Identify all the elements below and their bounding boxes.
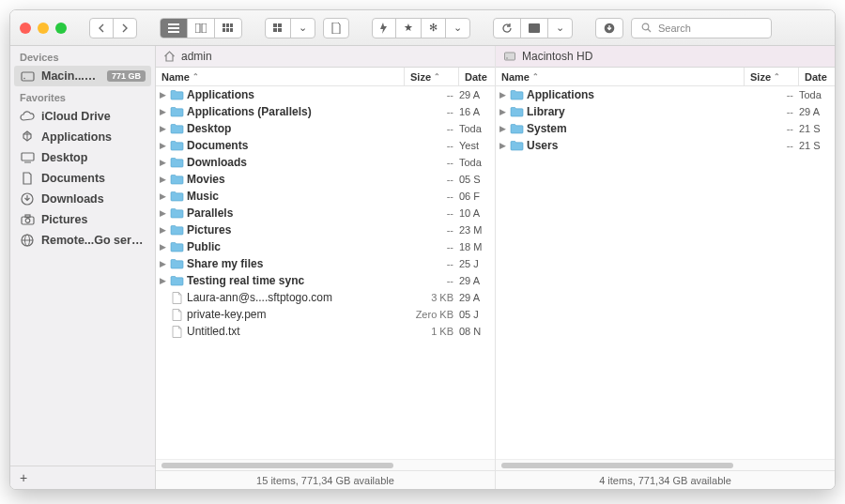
column-date[interactable]: Date: [459, 68, 495, 85]
list-item[interactable]: ▶ Documents -- Yest: [156, 137, 495, 154]
pane-header[interactable]: admin: [156, 46, 495, 68]
item-name: Applications (Parallels): [185, 105, 405, 118]
list-item[interactable]: ▶ Applications -- Toda: [496, 86, 835, 103]
search-input[interactable]: Search: [631, 18, 772, 38]
gear-button[interactable]: ✻: [421, 19, 445, 38]
doc-icon: [20, 171, 35, 186]
sidebar-item-downloads[interactable]: Downloads: [10, 189, 155, 209]
column-size[interactable]: Size: [745, 68, 799, 85]
list-item[interactable]: ▶ Public -- 18 M: [156, 238, 495, 255]
disclosure-triangle-icon[interactable]: ▶: [156, 141, 169, 150]
item-date: Toda: [459, 123, 495, 134]
share-icon: [20, 233, 35, 248]
list-item[interactable]: ▶ Share my files -- 25 J: [156, 255, 495, 272]
sidebar-item-remote-go-server[interactable]: Remote...Go server: [10, 230, 155, 251]
item-name: Library: [525, 105, 745, 118]
disclosure-triangle-icon[interactable]: ▶: [156, 158, 169, 167]
list-item[interactable]: Laura-ann@s....sftptogo.com 3 KB 29 A: [156, 289, 495, 306]
list-item[interactable]: ▶ Downloads -- Toda: [156, 154, 495, 171]
refresh-button[interactable]: [494, 19, 520, 38]
sidebar-item-icloud-drive[interactable]: iCloud Drive: [10, 106, 155, 127]
item-date: 16 A: [459, 106, 495, 117]
item-name: Music: [185, 190, 405, 203]
folder-icon: [169, 190, 185, 203]
finder-window: ⌄ ★ ✻ ⌄ ⌄ Search Devices: [9, 9, 836, 490]
terminal-button[interactable]: [520, 19, 547, 38]
new-file-button[interactable]: [324, 19, 348, 38]
view-list-button[interactable]: [187, 19, 214, 38]
list-item[interactable]: ▶ Applications (Parallels) -- 16 A: [156, 103, 495, 120]
favorite-button[interactable]: ★: [395, 19, 421, 38]
download-button[interactable]: [596, 19, 622, 38]
svg-rect-11: [273, 23, 277, 27]
sidebar-item-pictures[interactable]: Pictures: [10, 209, 155, 230]
close-button[interactable]: [20, 23, 31, 34]
item-date: 06 F: [459, 191, 495, 202]
list-item[interactable]: ▶ Desktop -- Toda: [156, 120, 495, 137]
disclosure-triangle-icon[interactable]: ▶: [156, 259, 169, 268]
arrange-dropdown[interactable]: ⌄: [290, 19, 315, 38]
view-icon-button[interactable]: [161, 19, 187, 38]
disclosure-triangle-icon[interactable]: ▶: [496, 141, 509, 150]
list-item[interactable]: ▶ Users -- 21 S: [496, 137, 835, 154]
item-date: 29 A: [459, 89, 495, 100]
svg-rect-13: [273, 28, 277, 32]
list-item[interactable]: ▶ Library -- 29 A: [496, 103, 835, 120]
disclosure-triangle-icon[interactable]: ▶: [156, 175, 169, 184]
list-item[interactable]: ▶ Pictures -- 23 M: [156, 221, 495, 238]
column-name[interactable]: Name: [496, 68, 745, 85]
disclosure-triangle-icon[interactable]: ▶: [496, 124, 509, 133]
disclosure-triangle-icon[interactable]: ▶: [496, 107, 509, 116]
pane-header[interactable]: Macintosh HD: [496, 46, 835, 68]
forward-button[interactable]: [113, 19, 136, 38]
disclosure-triangle-icon[interactable]: ▶: [156, 276, 169, 285]
file-icon: [169, 308, 185, 321]
pane-title: admin: [181, 50, 212, 63]
window-controls: [20, 23, 67, 34]
list-item[interactable]: Untitled.txt 1 KB 08 N: [156, 323, 495, 340]
list-item[interactable]: private-key.pem Zero KB 05 J: [156, 306, 495, 323]
view-column-button[interactable]: [214, 19, 241, 38]
titlebar: ⌄ ★ ✻ ⌄ ⌄ Search: [10, 10, 835, 46]
disclosure-triangle-icon[interactable]: ▶: [156, 107, 169, 116]
list-item[interactable]: ▶ System -- 21 S: [496, 120, 835, 137]
disclosure-triangle-icon[interactable]: ▶: [156, 208, 169, 218]
item-size: --: [405, 174, 459, 185]
folder-icon: [509, 139, 525, 152]
list-item[interactable]: ▶ Movies -- 05 S: [156, 171, 495, 188]
gear-dropdown[interactable]: ⌄: [445, 19, 469, 38]
disclosure-triangle-icon[interactable]: ▶: [156, 242, 169, 252]
disclosure-triangle-icon[interactable]: ▶: [156, 225, 169, 235]
item-date: 10 A: [459, 207, 495, 219]
sidebar-item-documents[interactable]: Documents: [10, 168, 155, 189]
sidebar-item-applications[interactable]: Applications: [10, 127, 155, 147]
add-location-button[interactable]: +: [10, 466, 155, 489]
item-size: --: [405, 89, 459, 100]
list-item[interactable]: ▶ Applications -- 29 A: [156, 86, 495, 103]
sidebar-item-macin-sh-hd[interactable]: Macin...sh HD 771 GB: [14, 66, 151, 86]
list-item[interactable]: ▶ Testing real time sync -- 29 A: [156, 272, 495, 289]
sidebar-item-desktop[interactable]: Desktop: [10, 147, 155, 168]
column-date[interactable]: Date: [799, 68, 835, 85]
disclosure-triangle-icon[interactable]: ▶: [156, 124, 169, 133]
disclosure-triangle-icon[interactable]: ▶: [156, 90, 169, 99]
horizontal-scrollbar[interactable]: [156, 459, 495, 470]
item-name: Movies: [185, 173, 405, 186]
disclosure-triangle-icon[interactable]: ▶: [496, 90, 509, 99]
column-size[interactable]: Size: [405, 68, 459, 85]
terminal-dropdown[interactable]: ⌄: [547, 19, 572, 38]
arrange-button[interactable]: [266, 19, 290, 38]
minimize-button[interactable]: [38, 23, 49, 34]
back-button[interactable]: [90, 19, 113, 38]
folder-icon: [169, 105, 185, 118]
list-item[interactable]: ▶ Parallels -- 10 A: [156, 205, 495, 221]
column-name[interactable]: Name: [156, 68, 405, 85]
horizontal-scrollbar[interactable]: [496, 459, 835, 470]
svg-rect-6: [226, 23, 229, 27]
zoom-button[interactable]: [55, 23, 67, 34]
disclosure-triangle-icon[interactable]: ▶: [156, 191, 169, 201]
quick-action-button[interactable]: [373, 19, 395, 38]
list-item[interactable]: ▶ Music -- 06 F: [156, 188, 495, 205]
folder-icon: [509, 122, 525, 135]
pane-1: Macintosh HD Name Size Date ▶ Applicatio…: [496, 46, 835, 489]
